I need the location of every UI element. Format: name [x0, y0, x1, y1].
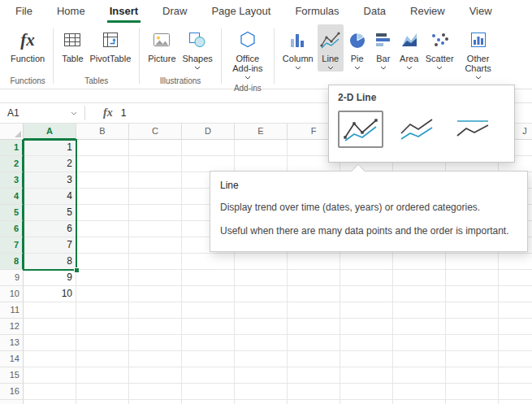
select-all-corner[interactable] — [0, 124, 24, 140]
cell-F9[interactable] — [288, 270, 340, 286]
cell-D12[interactable] — [182, 319, 235, 335]
cell-A6[interactable]: 6 — [24, 221, 76, 237]
tab-formulas[interactable]: Formulas — [283, 0, 351, 23]
cell-D8[interactable] — [182, 254, 235, 270]
cell-H15[interactable] — [393, 367, 446, 384]
cell-A11[interactable] — [24, 302, 76, 319]
cell-J12[interactable] — [499, 319, 532, 335]
column-header-D[interactable]: D — [182, 124, 235, 140]
function-button[interactable]: fx Function — [8, 24, 47, 65]
row-header-16[interactable]: 16 — [0, 384, 24, 400]
cell-D10[interactable] — [182, 286, 235, 302]
cell-E9[interactable] — [235, 270, 288, 286]
cell-A9[interactable]: 9 — [24, 270, 76, 286]
cell-G9[interactable] — [340, 270, 393, 286]
other-charts-button[interactable]: Other Charts — [458, 24, 499, 81]
cell-E15[interactable] — [235, 367, 288, 384]
cell-J10[interactable] — [499, 286, 532, 302]
cell-H9[interactable] — [393, 270, 446, 286]
cell-G16[interactable] — [340, 384, 393, 400]
cell-D17[interactable] — [182, 400, 235, 404]
row-header-14[interactable]: 14 — [0, 351, 24, 367]
picture-button[interactable]: Picture — [145, 24, 178, 65]
row-header-8[interactable]: 8 — [0, 254, 24, 270]
pie-chart-button[interactable]: Pie — [345, 24, 370, 72]
column-header-C[interactable]: C — [129, 124, 182, 140]
cell-C10[interactable] — [129, 286, 182, 302]
cell-F8[interactable] — [288, 254, 340, 270]
cell-C6[interactable] — [129, 221, 182, 237]
cell-C17[interactable] — [129, 400, 182, 404]
cell-B10[interactable] — [76, 286, 129, 302]
cell-E16[interactable] — [235, 384, 288, 400]
2d-line-option-100-stacked-line[interactable] — [450, 111, 495, 148]
cell-B15[interactable] — [76, 367, 129, 384]
tab-review[interactable]: Review — [398, 0, 457, 23]
cell-G17[interactable] — [340, 400, 393, 404]
column-header-E[interactable]: E — [235, 124, 288, 140]
cell-J15[interactable] — [499, 367, 532, 384]
cell-B7[interactable] — [76, 237, 129, 254]
cell-A5[interactable]: 5 — [24, 205, 76, 221]
cell-J11[interactable] — [499, 302, 532, 319]
cell-D13[interactable] — [182, 335, 235, 351]
column-header-A[interactable]: A — [24, 124, 76, 140]
cell-B9[interactable] — [76, 270, 129, 286]
cell-F17[interactable] — [288, 400, 340, 404]
column-chart-button[interactable]: Column — [280, 24, 316, 72]
cell-D2[interactable] — [182, 156, 235, 172]
cell-I15[interactable] — [446, 367, 499, 384]
cell-A13[interactable] — [24, 335, 76, 351]
cell-H16[interactable] — [393, 384, 446, 400]
cell-A16[interactable] — [24, 384, 76, 400]
cell-B11[interactable] — [76, 302, 129, 319]
cell-G8[interactable] — [340, 254, 393, 270]
row-header-15[interactable]: 15 — [0, 367, 24, 384]
2d-line-option-line[interactable] — [338, 111, 383, 148]
row-header-5[interactable]: 5 — [0, 205, 24, 221]
cell-I12[interactable] — [446, 319, 499, 335]
cell-B13[interactable] — [76, 335, 129, 351]
office-add-ins-button[interactable]: Office Add-ins — [227, 24, 268, 81]
cell-C16[interactable] — [129, 384, 182, 400]
fill-handle[interactable] — [74, 267, 80, 273]
cell-I9[interactable] — [446, 270, 499, 286]
fx-icon[interactable]: fx — [103, 106, 113, 119]
cell-A17[interactable] — [24, 400, 76, 404]
cell-H13[interactable] — [393, 335, 446, 351]
cell-J16[interactable] — [499, 384, 532, 400]
line-chart-button[interactable]: Line — [318, 24, 344, 72]
cell-J13[interactable] — [499, 335, 532, 351]
cell-B1[interactable] — [76, 140, 129, 156]
cell-G13[interactable] — [340, 335, 393, 351]
row-header-1[interactable]: 1 — [0, 140, 24, 156]
cell-A3[interactable]: 3 — [24, 172, 76, 189]
tab-home[interactable]: Home — [45, 0, 97, 23]
cell-A4[interactable]: 4 — [24, 189, 76, 205]
cell-A7[interactable]: 7 — [24, 237, 76, 254]
cell-H17[interactable] — [393, 400, 446, 404]
cell-D15[interactable] — [182, 367, 235, 384]
cell-A15[interactable] — [24, 367, 76, 384]
row-header-11[interactable]: 11 — [0, 302, 24, 319]
tab-file[interactable]: File — [3, 0, 45, 23]
table-button[interactable]: Table — [59, 24, 85, 65]
cell-E8[interactable] — [235, 254, 288, 270]
row-header-7[interactable]: 7 — [0, 237, 24, 254]
cell-G14[interactable] — [340, 351, 393, 367]
row-header-9[interactable]: 9 — [0, 270, 24, 286]
cell-I11[interactable] — [446, 302, 499, 319]
cell-I8[interactable] — [446, 254, 499, 270]
cell-D14[interactable] — [182, 351, 235, 367]
tab-draw[interactable]: Draw — [150, 0, 199, 23]
cell-F12[interactable] — [288, 319, 340, 335]
scatter-chart-button[interactable]: Scatter — [423, 24, 456, 72]
cell-D16[interactable] — [182, 384, 235, 400]
cell-B12[interactable] — [76, 319, 129, 335]
cell-C5[interactable] — [129, 205, 182, 221]
cell-G10[interactable] — [340, 286, 393, 302]
tab-data[interactable]: Data — [352, 0, 398, 23]
cell-H14[interactable] — [393, 351, 446, 367]
cell-J17[interactable] — [499, 400, 532, 404]
row-header-2[interactable]: 2 — [0, 156, 24, 172]
